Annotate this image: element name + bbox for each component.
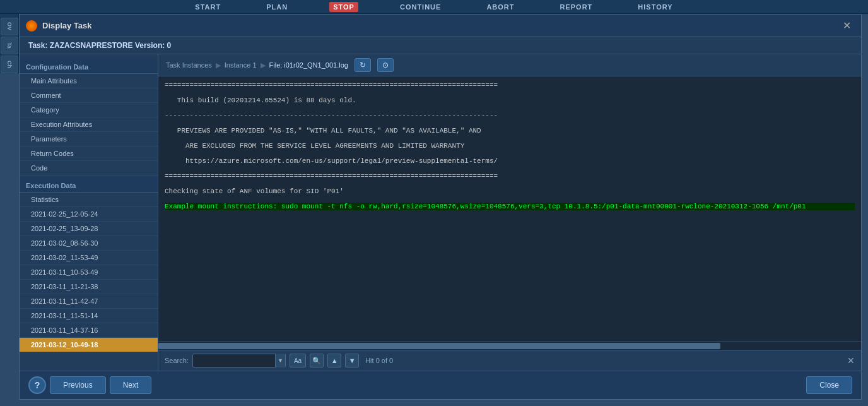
- toolbar-item-abort[interactable]: ABORT: [483, 2, 518, 12]
- toolbar-item-history[interactable]: HISTORY: [634, 2, 676, 12]
- toolbar-item-stop[interactable]: STOP: [329, 2, 358, 12]
- toolbar-item-continue[interactable]: CONTINUE: [396, 2, 445, 12]
- top-toolbar: STARTPLANSTOPCONTINUEABORTREPORTHISTORY: [0, 0, 868, 14]
- toolbar-item-start[interactable]: START: [191, 2, 225, 12]
- toolbar-item-plan[interactable]: PLAN: [262, 2, 291, 12]
- toolbar-item-report[interactable]: REPORT: [556, 2, 597, 12]
